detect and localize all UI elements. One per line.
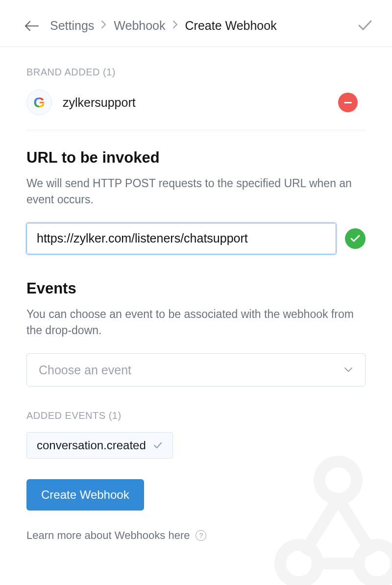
event-chip[interactable]: conversation.created (26, 432, 173, 459)
check-icon (153, 439, 163, 452)
breadcrumb-settings[interactable]: Settings (50, 19, 94, 33)
google-g-icon: G (33, 94, 45, 111)
create-webhook-button[interactable]: Create Webhook (26, 479, 144, 511)
content: BRAND ADDED (1) G zylkersupport URL to b… (0, 47, 392, 542)
confirm-check-icon[interactable] (358, 19, 372, 33)
event-chip-label: conversation.created (37, 439, 146, 452)
minus-icon (344, 102, 352, 103)
url-section-description: We will send HTTP POST requests to the s… (26, 175, 366, 208)
webhook-url-input[interactable] (26, 223, 336, 254)
brand-avatar: G (26, 90, 52, 115)
brand-name: zylkersupport (63, 96, 327, 110)
events-section-description: You can choose an event to be associated… (26, 306, 366, 339)
header-left: Settings Webhook Create Webhook (24, 19, 277, 33)
breadcrumb-current: Create Webhook (185, 19, 277, 33)
event-select-placeholder: Choose an event (39, 363, 131, 377)
svg-point-2 (359, 545, 392, 582)
brand-added-label: BRAND ADDED (1) (26, 67, 366, 78)
chevron-right-icon (101, 20, 107, 31)
learn-more-link[interactable]: Learn more about Webhooks here ? (26, 529, 366, 542)
events-section-title: Events (26, 280, 366, 297)
brand-row: G zylkersupport (26, 90, 366, 130)
url-input-row (26, 223, 366, 254)
learn-more-text: Learn more about Webhooks here (26, 529, 190, 542)
chevron-right-icon (172, 20, 178, 31)
remove-brand-button[interactable] (338, 93, 358, 112)
breadcrumb: Settings Webhook Create Webhook (50, 19, 277, 33)
url-section-title: URL to be invoked (26, 149, 366, 167)
url-valid-icon (345, 228, 366, 249)
help-icon: ? (196, 530, 206, 541)
chevron-down-icon (343, 366, 353, 374)
back-arrow-icon[interactable] (24, 20, 39, 32)
svg-point-1 (280, 545, 318, 582)
breadcrumb-webhook[interactable]: Webhook (114, 19, 165, 33)
header: Settings Webhook Create Webhook (0, 0, 392, 47)
event-select-dropdown[interactable]: Choose an event (26, 353, 366, 387)
added-events-label: ADDED EVENTS (1) (26, 410, 366, 421)
